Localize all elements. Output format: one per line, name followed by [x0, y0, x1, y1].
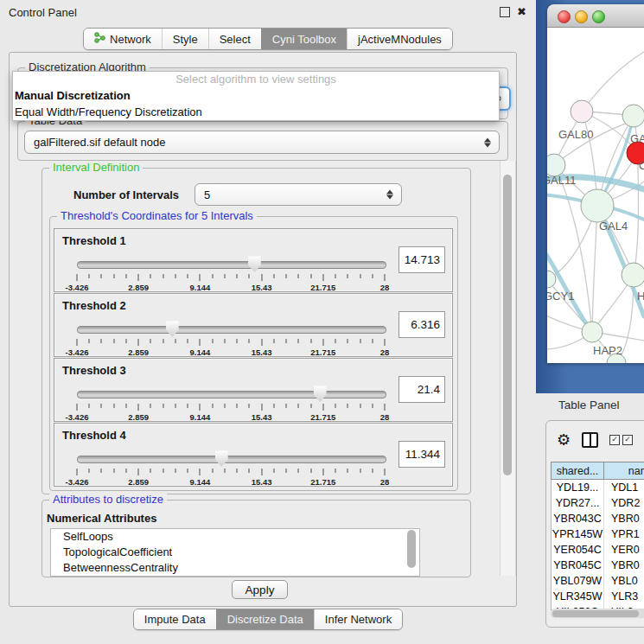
table-cell-name[interactable]: YBR0: [604, 511, 644, 526]
threshold-slider-1[interactable]: -3.4262.8599.14415.4321.71528: [77, 255, 385, 290]
table-cell-shared-name[interactable]: YDR27...: [552, 495, 604, 511]
slider-track[interactable]: [77, 326, 386, 334]
attribute-list-item[interactable]: BetweennessCentrality: [51, 560, 419, 576]
attributes-list-scrollbar-thumb[interactable]: [407, 530, 416, 568]
column-header-shared-name[interactable]: shared...: [552, 462, 604, 479]
slider-thumb[interactable]: [247, 256, 261, 272]
tab-network[interactable]: Network: [84, 29, 162, 49]
threshold-value-field[interactable]: [399, 376, 445, 403]
network-canvas[interactable]: GAL80GACGAL11GAL4GCY1HHAP2: [547, 28, 644, 363]
table-row[interactable]: YDL19...YDL1: [552, 480, 644, 495]
tab-jactivemnodules[interactable]: jActiveMNodules: [347, 29, 452, 49]
dropdown-option-manual[interactable]: Manual Discretization: [13, 88, 499, 105]
threshold-slider-2[interactable]: -3.4262.8599.14415.4321.71528: [77, 320, 385, 354]
table-row[interactable]: YLR345WYLR3: [552, 589, 644, 604]
table-cell-shared-name[interactable]: YER054C: [552, 542, 604, 558]
column-checkboxes-icon[interactable]: ✓ ✓: [609, 435, 633, 445]
threshold-value-field[interactable]: [399, 311, 445, 338]
table-row[interactable]: YPR145WYPR1: [552, 526, 644, 542]
table-cell-shared-name[interactable]: YDL19...: [552, 480, 604, 495]
split-table-icon[interactable]: [582, 432, 598, 448]
network-edge[interactable]: [634, 164, 638, 275]
threshold-slider-3[interactable]: -3.4262.8599.14415.4321.71528: [77, 385, 385, 419]
table-cell-name[interactable]: YBR0: [604, 558, 644, 573]
slider-track[interactable]: [77, 261, 386, 269]
network-node-ga[interactable]: [622, 105, 644, 127]
tab-style[interactable]: Style: [162, 29, 208, 49]
network-node-gal4[interactable]: [581, 189, 614, 222]
slider-thumb[interactable]: [165, 321, 179, 337]
tab-cyni-toolbox[interactable]: Cyni Toolbox: [261, 29, 347, 49]
table-cell-shared-name[interactable]: YPR145W: [552, 526, 604, 542]
slider-track[interactable]: [77, 456, 386, 463]
table-cell-shared-name[interactable]: YBR045C: [552, 558, 604, 573]
threshold-slider-4[interactable]: -3.4262.8599.14415.4321.71528: [77, 450, 385, 484]
network-node-label: HAP2: [593, 344, 622, 357]
network-edge[interactable]: [582, 52, 644, 112]
table-cell-name[interactable]: YPR1: [604, 526, 644, 542]
slider-track[interactable]: [77, 391, 386, 399]
dropdown-prompt-item[interactable]: Select algorithm to view settings: [13, 72, 499, 88]
tab-discretize-data[interactable]: Discretize Data: [216, 609, 314, 629]
threshold-value-field[interactable]: [399, 441, 445, 468]
close-window-button[interactable]: [558, 10, 571, 23]
slider-thumb[interactable]: [313, 386, 327, 402]
attribute-list-item[interactable]: SelfLoops: [51, 529, 419, 545]
combo-stepper-icon: [484, 137, 491, 147]
bottom-tab-group: Impute DataDiscretize DataInfer Network: [133, 609, 403, 630]
close-panel-icon[interactable]: ✖: [517, 7, 526, 17]
network-node-gcy1[interactable]: [547, 271, 556, 288]
number-of-intervals-value: 5: [204, 188, 210, 201]
minimize-window-button[interactable]: [575, 10, 588, 23]
tab-infer-network[interactable]: Infer Network: [314, 609, 402, 629]
table-cell-name[interactable]: YLR3: [604, 589, 644, 604]
network-edge[interactable]: [592, 206, 597, 332]
table-row[interactable]: YBL079WYBL0: [552, 573, 644, 589]
threshold-panel-2: Threshold 2-3.4262.8599.14415.4321.71528: [54, 293, 453, 357]
gear-icon[interactable]: ⚙: [557, 432, 571, 448]
table-row[interactable]: YER054CYER0: [552, 542, 644, 558]
checkbox-icon[interactable]: ✓: [609, 435, 620, 445]
table-row[interactable]: YDR27...YDR2: [552, 495, 644, 511]
network-node-gal80[interactable]: [571, 100, 593, 123]
threshold-value-field[interactable]: [399, 246, 445, 273]
table-cell-name[interactable]: YDL1: [604, 480, 644, 495]
table-horizontal-scrollbar[interactable]: [551, 609, 644, 618]
number-of-intervals-combobox[interactable]: 5: [194, 183, 402, 206]
table-cell-name[interactable]: YER0: [604, 542, 644, 558]
table-cell-shared-name[interactable]: YBR043C: [552, 511, 604, 526]
numerical-attributes-label: Numerical Attributes: [47, 512, 156, 525]
network-graph[interactable]: GAL80GACGAL11GAL4GCY1HHAP2: [547, 28, 644, 363]
tab-label: Impute Data: [144, 613, 206, 626]
table-row[interactable]: YBR043CYBR0: [552, 511, 644, 526]
network-edge[interactable]: [554, 165, 592, 332]
network-node-hap2[interactable]: [582, 322, 603, 342]
application: Control Panel ✖ NetworkStyleSelectCyni T…: [0, 0, 644, 644]
table-cell-shared-name[interactable]: YLR345W: [552, 589, 604, 604]
table-data-combobox[interactable]: galFiltered.sif default node: [24, 131, 500, 154]
network-node-h[interactable]: [622, 263, 644, 287]
table-cell-name[interactable]: YBL0: [604, 573, 644, 589]
tab-impute-data[interactable]: Impute Data: [134, 609, 216, 629]
table-row[interactable]: YBR045CYBR0: [552, 558, 644, 573]
checkbox-icon[interactable]: ✓: [622, 435, 633, 445]
settings-scrollbar[interactable]: [500, 161, 516, 576]
apply-button[interactable]: Apply: [232, 580, 288, 599]
float-panel-icon[interactable]: [500, 7, 510, 17]
column-header-name[interactable]: name: [604, 462, 644, 479]
settings-scrollbar-thumb[interactable]: [503, 175, 512, 475]
thresholds-group-title: Threshold's Coordinates for 5 Intervals: [57, 209, 257, 222]
table-cell-shared-name[interactable]: YBL079W: [552, 573, 604, 589]
attribute-list-item[interactable]: TopologicalCoefficient: [51, 545, 419, 560]
slider-tick-labels: -3.4262.8599.14415.4321.71528: [77, 348, 385, 357]
tab-select[interactable]: Select: [208, 29, 261, 49]
dropdown-option-equal-width[interactable]: Equal Width/Frequency Discretization: [13, 105, 499, 121]
table-horizontal-scrollbar-thumb[interactable]: [552, 610, 639, 617]
network-window-titlebar[interactable]: [547, 4, 644, 28]
tab-label: Cyni Toolbox: [272, 33, 336, 46]
numerical-attributes-list[interactable]: SelfLoopsTopologicalCoefficientBetweenne…: [50, 528, 420, 577]
zoom-window-button[interactable]: [592, 10, 605, 23]
slider-thumb[interactable]: [214, 450, 228, 467]
table-cell-name[interactable]: YDR2: [604, 495, 644, 511]
network-node-label: GAL80: [558, 128, 593, 141]
